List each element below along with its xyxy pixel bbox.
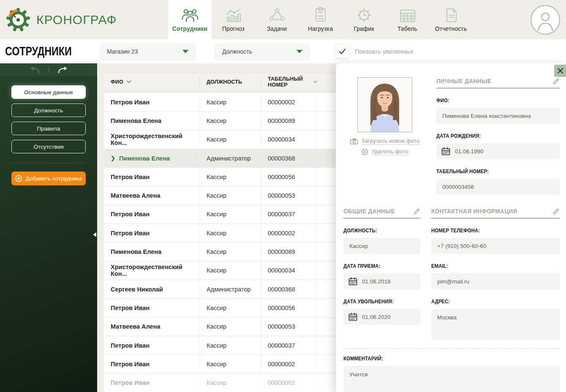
edit-pencil-icon[interactable]	[552, 78, 560, 85]
cell-fio: ❯ Пименова Елена	[104, 242, 199, 261]
nav-label: Задачи	[267, 25, 287, 32]
personal-data-title: ЛИЧНЫЕ ДАННЫЕ	[436, 77, 491, 85]
nav-item-workload[interactable]: Нагрузка	[299, 0, 342, 39]
brand-logo[interactable]: КРОНОГРАФ	[0, 0, 168, 39]
nav-item-timesheet[interactable]: Табель	[386, 0, 429, 39]
cell-number: 00000368	[261, 149, 317, 167]
close-icon	[557, 68, 563, 74]
show-dismissed-checkbox[interactable]	[335, 44, 349, 58]
cell-fio: ❯ Сергеев Николай	[104, 280, 199, 298]
cell-fio: ❯ Петров Иван	[104, 224, 199, 242]
address-textarea[interactable]: Москва	[431, 309, 560, 340]
cell-position: Кассир	[199, 318, 261, 336]
cell-position: Администратор	[199, 280, 261, 298]
cell-position: Кассир	[199, 205, 261, 223]
app-root: КРОНОГРАФ Сотрудники	[0, 0, 566, 392]
undo-button[interactable]	[29, 66, 40, 74]
user-avatar[interactable]	[530, 4, 561, 35]
dropdown-arrow-icon	[182, 50, 188, 53]
panel-dashed-divider	[343, 348, 560, 348]
column-label: ТАБЕЛЬНЫЙ НОМЕР	[268, 76, 310, 88]
column-header-number[interactable]: ТАБЕЛЬНЫЙ НОМЕР	[261, 77, 317, 87]
cell-position: Администратор	[199, 149, 261, 167]
cell-fio: ❯ Матвеева Алена	[104, 186, 199, 204]
sidebar-collapse-arrow[interactable]	[93, 232, 96, 237]
close-panel-button[interactable]	[554, 65, 566, 77]
show-dismissed-label: Показать уволенных	[355, 48, 413, 55]
dismiss-date-field[interactable]: 01.06.2020	[343, 309, 420, 325]
page-title: СОТРУДНИКИ	[5, 44, 77, 58]
nav-item-employees[interactable]: Сотрудники	[168, 0, 212, 39]
email-label: EMAIL:	[431, 263, 448, 269]
cell-position: Кассир	[199, 261, 261, 280]
upload-photo-label: Загрузить новое фото	[362, 138, 420, 145]
comment-textarea[interactable]: Учится	[343, 366, 560, 392]
sort-chevron-icon	[313, 80, 317, 83]
cell-number: 00000089	[261, 112, 317, 130]
birth-date-field[interactable]: 01.06.1990	[436, 143, 560, 159]
column-header-position[interactable]: ДОЛЖНОСТЬ	[199, 77, 261, 87]
nav-item-forecast[interactable]: Прогноз	[212, 0, 255, 39]
sidebar-item-absences[interactable]: Отсутствия	[11, 140, 86, 153]
cell-fio: ❯ Петров Иван	[104, 336, 199, 354]
nav-item-schedule[interactable]: График	[342, 0, 386, 39]
hire-date-field[interactable]: 01.06.2018	[343, 273, 420, 289]
upload-photo-link[interactable]: Загрузить новое фото	[350, 138, 420, 145]
position-label: ДОЛЖНОСТЬ:	[343, 228, 377, 234]
cell-fio: ❯ Христорождественский Кон...	[104, 131, 199, 149]
add-employee-button[interactable]: Добавить сотрудника	[11, 172, 86, 185]
position-filter-value: Должность	[222, 48, 252, 55]
cell-number: 00000034	[261, 261, 317, 280]
hire-date-label: ДАТА ПРИЕМА:	[343, 263, 381, 269]
edit-pencil-icon[interactable]	[413, 208, 420, 215]
chronograph-gear-icon	[6, 8, 30, 32]
undo-icon	[29, 66, 40, 74]
cell-fio: ❯ Петров Иван	[104, 355, 199, 373]
cell-fio: ❯ Петров Иван	[104, 93, 199, 111]
dropdown-arrow-icon	[297, 50, 302, 53]
personnel-number-input[interactable]	[436, 179, 560, 195]
remove-photo-link[interactable]: Удалить фото	[361, 148, 408, 155]
cell-number: 00000037	[261, 205, 317, 223]
cell-fio: ❯ Петров Иван	[104, 168, 199, 186]
phone-input[interactable]	[431, 238, 560, 254]
cell-number: 00000053	[261, 186, 317, 204]
sort-chevron-icon	[127, 80, 131, 83]
email-input[interactable]	[431, 273, 560, 289]
circle-x-icon	[361, 148, 368, 155]
position-filter-dropdown[interactable]: Должность	[215, 44, 309, 60]
cell-number: 00000034	[261, 131, 317, 149]
position-input[interactable]	[343, 238, 420, 254]
sidebar: Основные данные Должность Правила Отсутс…	[0, 63, 97, 392]
nav-label: График	[354, 25, 374, 32]
birth-date-label: ДАТА РОЖДЕНИЯ:	[436, 133, 481, 139]
sidebar-item-position[interactable]: Должность	[11, 103, 86, 117]
column-label: ДОЛЖНОСТЬ	[207, 79, 242, 85]
column-header-fio[interactable]: ФИО	[104, 77, 199, 87]
employee-photo	[357, 77, 412, 132]
sidebar-item-main-data[interactable]: Основные данные	[11, 85, 86, 99]
nav-item-reports[interactable]: Отчетность	[429, 0, 473, 39]
cell-position: Кассир	[199, 336, 261, 354]
cell-position: Кассир	[199, 355, 261, 373]
edit-pencil-icon[interactable]	[552, 208, 560, 215]
redo-icon	[57, 66, 68, 74]
workload-icon	[313, 6, 328, 22]
cell-fio: ❯ Христорождественский Кон...	[104, 261, 199, 280]
filter-bar: СОТРУДНИКИ Магазин 23 Должность Показать…	[0, 39, 566, 63]
cell-position: Кассир	[199, 112, 261, 130]
brand-name: КРОНОГРАФ	[36, 13, 117, 27]
fio-input[interactable]	[436, 108, 560, 124]
store-filter-dropdown[interactable]: Магазин 23	[100, 44, 195, 60]
sidebar-item-rules[interactable]: Правила	[11, 122, 86, 135]
contact-info-title: КОНТАКТНАЯ ИНФОРМАЦИЯ	[431, 207, 517, 215]
employees-icon	[182, 6, 199, 22]
dismiss-date-label: ДАТА УВОЛЬНЕНИЯ:	[343, 299, 394, 305]
general-data-title: ОБЩИЕ ДАННЫЕ	[343, 207, 395, 215]
contact-info-section-header: КОНТАКТНАЯ ИНФОРМАЦИЯ	[431, 207, 560, 218]
cell-number: 00000368	[261, 280, 317, 298]
cell-fio: ❯ Матвеева Алена	[104, 318, 199, 336]
redo-button[interactable]	[57, 66, 68, 74]
cell-number: 00000089	[261, 242, 317, 261]
nav-item-tasks[interactable]: Задачи	[255, 0, 299, 39]
